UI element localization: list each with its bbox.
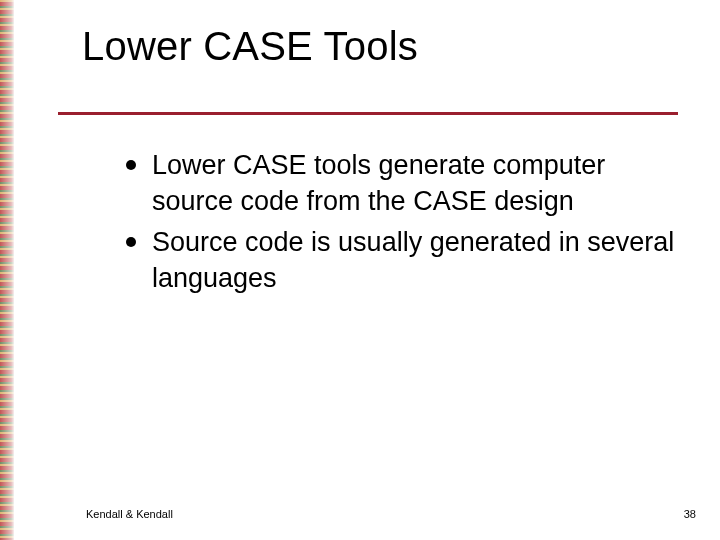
list-item: Source code is usually generated in seve… <box>126 225 686 296</box>
list-item-text: Lower CASE tools generate computer sourc… <box>152 150 605 216</box>
bullet-dot-icon <box>126 160 136 170</box>
bullet-list: Lower CASE tools generate computer sourc… <box>126 148 686 303</box>
list-item-text: Source code is usually generated in seve… <box>152 227 674 293</box>
decorative-edge-strip <box>0 0 14 540</box>
title-underline-rule <box>58 112 678 115</box>
bullet-dot-icon <box>126 237 136 247</box>
list-item: Lower CASE tools generate computer sourc… <box>126 148 686 219</box>
footer-page-number: 38 <box>684 508 696 520</box>
footer-author: Kendall & Kendall <box>86 508 173 520</box>
slide: Lower CASE Tools Lower CASE tools genera… <box>14 0 720 540</box>
slide-title: Lower CASE Tools <box>82 24 418 69</box>
